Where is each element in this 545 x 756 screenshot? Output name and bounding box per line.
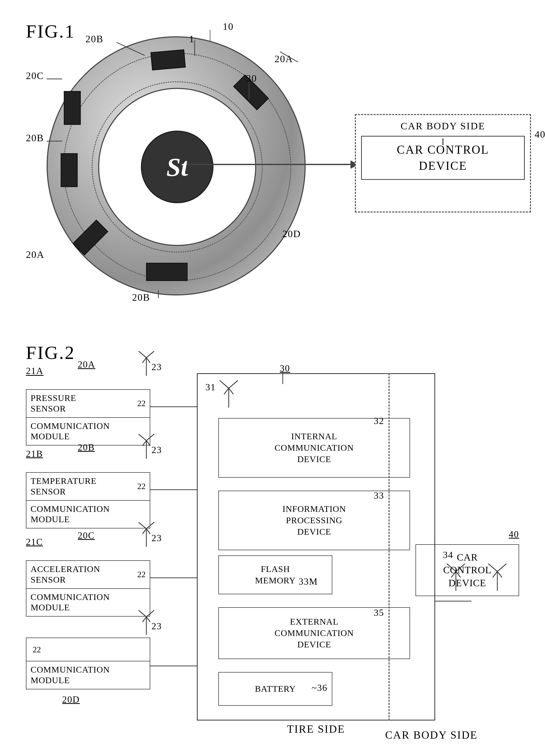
svg-line-12: [146, 522, 154, 529]
ref-40-fig2: 40: [509, 529, 519, 540]
antenna-31: [218, 379, 239, 409]
info-processing-label: INFORMATION PROCESSING DEVICE: [282, 503, 346, 538]
module-box-20A: PRESSURESENSOR 22 COMMUNICATIONMODULE: [26, 389, 150, 446]
comm-module-20B-row: COMMUNICATIONMODULE: [26, 501, 150, 528]
dashed-divider: [388, 373, 389, 720]
flash-memory-device: FLASH MEMORY: [218, 555, 332, 594]
module-group-20C: 21C 20C 23 ACCELERATIONSENSOR: [26, 549, 150, 617]
center-st-text: St: [166, 152, 188, 182]
car-control-label-fig2: CAR CONTROL DEVICE: [443, 551, 491, 589]
ref-1: 1: [189, 33, 195, 45]
fig2-label: FIG.2: [26, 342, 75, 364]
car-body-side-title: CAR BODY SIDE: [361, 120, 525, 132]
fig2-section: FIG.2 21A 20A 23: [21, 342, 524, 756]
sensor-block-left-mid: [61, 153, 78, 187]
sensor-block-top: [151, 49, 186, 70]
ref-32: 32: [374, 415, 384, 426]
fig1-label: FIG.1: [26, 21, 75, 42]
ref-22-20C: 22: [137, 570, 146, 579]
ref-20A-top: 20A: [274, 53, 293, 65]
svg-line-17: [146, 610, 154, 617]
car-control-box-fig2: CAR CONTROL DEVICE: [415, 544, 519, 596]
svg-line-21: [220, 380, 229, 388]
svg-line-16: [139, 610, 146, 617]
temp-sensor-label: TEMPERATURESENSOR: [31, 476, 97, 497]
center-hub: St: [141, 131, 214, 203]
svg-line-23: [224, 388, 229, 394]
comm-module-20D-row: COMMUNICATIONMODULE: [26, 661, 150, 689]
module-box-20B: TEMPERATURESENSOR 22 COMMUNICATIONMODULE: [26, 472, 150, 528]
car-body-dashed-box: CAR BODY SIDE 40 CAR CONTROL DEVICE: [355, 114, 531, 213]
arrow-to-car-body: [187, 164, 357, 165]
sensor-block-bottom: [146, 263, 188, 281]
svg-line-14: [146, 529, 150, 534]
ref-23-20D: 23: [152, 621, 162, 632]
accel-sensor-row: ACCELERATIONSENSOR 22: [26, 561, 150, 589]
ref-30-fig2: 30: [280, 363, 290, 374]
ref-20B-fig2: 20B: [78, 442, 95, 453]
car-control-text-fig1: CAR CONTROL DEVICE: [370, 142, 516, 174]
svg-line-4: [146, 358, 150, 363]
accel-sensor-label: ACCELERATIONSENSOR: [31, 564, 100, 585]
svg-line-18: [143, 617, 146, 622]
fig1-section: FIG.1 10 St: [21, 16, 524, 327]
comm-module-20D-label: COMMUNICATIONMODULE: [31, 665, 110, 686]
internal-comm-label: INTERNAL COMMUNICATION DEVICE: [274, 431, 354, 465]
ref-20C: 20C: [26, 70, 44, 81]
ref-10: 10: [223, 21, 234, 32]
tire-outer: St: [47, 36, 306, 295]
sensor-block-bottom-left: [73, 220, 108, 256]
comm-module-20B-label: COMMUNICATIONMODULE: [31, 504, 110, 525]
svg-line-8: [143, 441, 146, 446]
flash-memory-label: FLASH MEMORY: [255, 563, 295, 586]
svg-line-11: [139, 522, 146, 529]
ref-20D-fig2: 20D: [62, 694, 80, 705]
svg-line-2: [146, 351, 154, 358]
comm-module-20A-label: COMMUNICATIONMODULE: [31, 421, 110, 442]
svg-line-13: [143, 529, 146, 534]
external-comm-label: EXTERNAL COMMUNICATION DEVICE: [274, 616, 354, 651]
ref-40-fig1: 40: [535, 129, 545, 140]
ref-20A-bottom: 20A: [26, 249, 44, 260]
comm-module-20A-row: COMMUNICATIONMODULE: [26, 418, 150, 445]
blank-sensor-row-20D: 22: [26, 638, 150, 661]
page: FIG.1 10 St: [0, 0, 545, 756]
ref-20B-left: 20B: [26, 132, 44, 144]
temp-sensor-row: TEMPERATURESENSOR 22: [26, 473, 150, 501]
svg-line-9: [146, 441, 150, 446]
line-20C-to-tire: [150, 577, 197, 578]
svg-line-19: [146, 617, 150, 622]
ref-23-20A: 23: [152, 362, 162, 372]
car-body-side-label: CAR BODY SIDE: [385, 729, 478, 741]
line-20B-to-tire: [150, 489, 197, 490]
sensor-block-left-top: [64, 91, 81, 125]
line-tire-to-antenna: [435, 601, 471, 602]
module-group-20B: 21B 20B 23 TEMPERATURESENSOR: [26, 461, 150, 528]
ref-22-20B: 22: [137, 482, 146, 491]
svg-line-6: [139, 434, 146, 441]
ref-23-20C: 23: [152, 533, 162, 543]
ref-20D: 20D: [282, 228, 301, 239]
module-group-20A: 21A 20A 23 PRESSURESENSOR: [26, 378, 150, 446]
ref-31: 31: [206, 382, 216, 393]
ref-22-20A: 22: [137, 399, 146, 408]
ref-36: ~36: [311, 682, 327, 693]
ref-20B-top: 20B: [86, 33, 103, 45]
ref-35: 35: [374, 607, 384, 618]
module-box-20C: ACCELERATIONSENSOR 22 COMMUNICATIONMODUL…: [26, 560, 150, 617]
ref-20B-bottom: 20B: [132, 292, 150, 303]
module-box-20D: 22 COMMUNICATIONMODULE: [26, 638, 150, 689]
battery-label: BATTERY: [255, 683, 296, 695]
line-20D-to-tire: [150, 666, 197, 666]
ref-33: 33: [374, 490, 384, 501]
module-group-20D: 23 20D 22 COMMUNICATIONMODULE: [26, 638, 150, 689]
ref-22-20D: 22: [33, 645, 41, 654]
comm-module-20C-row: COMMUNICATIONMODULE: [26, 589, 150, 616]
svg-line-1: [139, 351, 146, 358]
ref-20C-fig2: 20C: [78, 530, 95, 541]
ref-20A-fig2: 20A: [78, 359, 95, 370]
comm-module-20C-label: COMMUNICATIONMODULE: [31, 592, 110, 613]
tire-side-label: TIRE SIDE: [287, 723, 345, 735]
pressure-sensor-label: PRESSURESENSOR: [31, 393, 76, 414]
svg-line-3: [143, 358, 146, 363]
